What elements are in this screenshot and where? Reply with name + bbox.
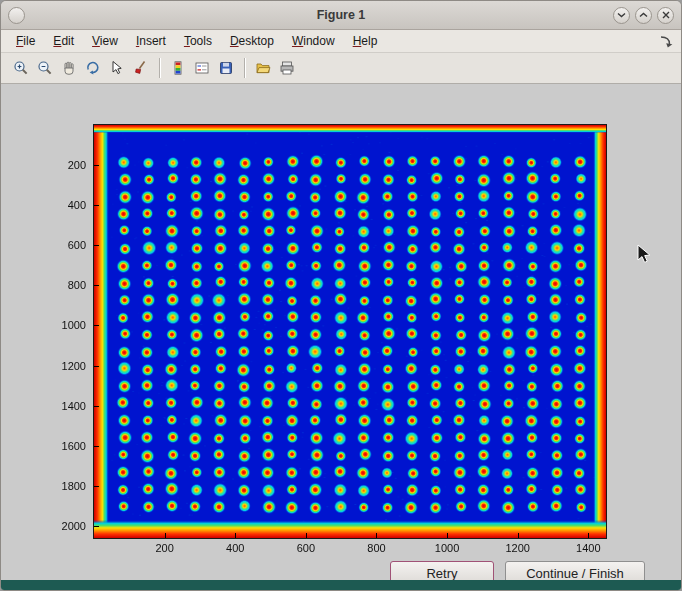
window-title: Figure 1 xyxy=(1,8,681,22)
zoom-in-icon[interactable] xyxy=(9,56,33,80)
titlebar: Figure 1 xyxy=(1,1,681,30)
y-tick-label: 1800 xyxy=(46,480,86,492)
y-tick-label: 1000 xyxy=(46,319,86,331)
data-cursor-icon[interactable] xyxy=(105,56,129,80)
menu-view[interactable]: View xyxy=(83,32,127,50)
figure-window: Figure 1 File Edit View Insert Tools Des… xyxy=(0,0,682,591)
menu-tools[interactable]: Tools xyxy=(175,32,221,50)
x-tick-label: 600 xyxy=(286,542,326,554)
close-button[interactable] xyxy=(657,7,674,24)
zoom-out-icon[interactable] xyxy=(33,56,57,80)
chevron-down-icon xyxy=(617,12,626,18)
x-tick-label: 1000 xyxy=(427,542,467,554)
y-tick-mark xyxy=(94,446,99,447)
save-icon[interactable] xyxy=(214,56,238,80)
insert-colorbar-icon[interactable] xyxy=(166,56,190,80)
x-tick-mark xyxy=(376,533,377,538)
y-tick-label: 800 xyxy=(46,279,86,291)
insert-legend-icon[interactable] xyxy=(190,56,214,80)
x-tick-mark xyxy=(165,533,166,538)
print-icon[interactable] xyxy=(275,56,299,80)
menu-file[interactable]: File xyxy=(7,32,44,50)
y-tick-mark xyxy=(94,325,99,326)
y-tick-mark xyxy=(94,406,99,407)
pan-hand-icon[interactable] xyxy=(57,56,81,80)
menu-edit[interactable]: Edit xyxy=(44,32,83,50)
dock-figure-icon[interactable] xyxy=(659,35,673,48)
rotate-3d-icon[interactable] xyxy=(81,56,105,80)
minimize-button[interactable] xyxy=(613,7,630,24)
toolbar-separator xyxy=(159,58,160,78)
y-tick-mark xyxy=(94,526,99,527)
y-tick-label: 2000 xyxy=(46,520,86,532)
menu-desktop[interactable]: Desktop xyxy=(221,32,283,50)
x-tick-mark xyxy=(588,533,589,538)
status-strip xyxy=(1,580,681,590)
y-tick-mark xyxy=(94,285,99,286)
y-tick-label: 1200 xyxy=(46,360,86,372)
toolbar xyxy=(1,53,681,84)
x-tick-mark xyxy=(235,533,236,538)
chevron-up-icon xyxy=(639,12,648,18)
x-tick-label: 800 xyxy=(356,542,396,554)
open-folder-icon[interactable] xyxy=(251,56,275,80)
menubar: File Edit View Insert Tools Desktop Wind… xyxy=(1,30,681,53)
x-tick-label: 1400 xyxy=(568,542,608,554)
menu-insert[interactable]: Insert xyxy=(127,32,175,50)
window-menu-button[interactable] xyxy=(8,7,25,24)
x-tick-label: 200 xyxy=(145,542,185,554)
x-tick-mark xyxy=(518,533,519,538)
y-tick-mark xyxy=(94,245,99,246)
y-tick-label: 1600 xyxy=(46,440,86,452)
axes: 2004006008001000120014002004006008001000… xyxy=(93,124,607,539)
x-tick-mark xyxy=(447,533,448,538)
y-tick-mark xyxy=(94,165,99,166)
toolbar-separator xyxy=(244,58,245,78)
figure-client-area: 2004006008001000120014002004006008001000… xyxy=(1,84,681,585)
x-tick-label: 1200 xyxy=(498,542,538,554)
brush-icon[interactable] xyxy=(129,56,153,80)
y-tick-label: 200 xyxy=(46,159,86,171)
y-tick-mark xyxy=(94,366,99,367)
y-tick-label: 600 xyxy=(46,239,86,251)
y-tick-label: 1400 xyxy=(46,400,86,412)
maximize-button[interactable] xyxy=(635,7,652,24)
menu-help[interactable]: Help xyxy=(344,32,387,50)
figure-image[interactable] xyxy=(94,125,606,538)
y-tick-mark xyxy=(94,486,99,487)
y-tick-label: 400 xyxy=(46,199,86,211)
x-tick-mark xyxy=(306,533,307,538)
x-tick-label: 400 xyxy=(215,542,255,554)
menu-window[interactable]: Window xyxy=(283,32,344,50)
y-tick-mark xyxy=(94,205,99,206)
close-icon xyxy=(662,11,670,19)
